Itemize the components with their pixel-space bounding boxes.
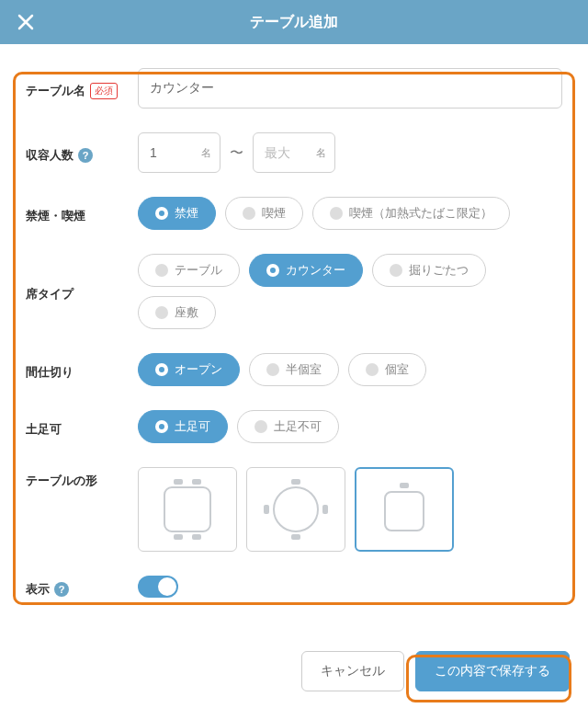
option-pill[interactable]: 土足不可	[237, 410, 339, 443]
svg-rect-7	[291, 534, 300, 540]
label-shape: テーブルの形	[26, 467, 138, 489]
table-name-input[interactable]	[138, 68, 562, 108]
range-separator: 〜	[230, 144, 243, 162]
svg-rect-3	[174, 534, 183, 540]
svg-rect-8	[264, 505, 269, 514]
label-partition: 間仕切り	[26, 359, 138, 381]
svg-point-6	[274, 487, 318, 531]
svg-rect-9	[322, 505, 328, 514]
svg-rect-0	[174, 479, 183, 485]
label-shoes: 土足可	[26, 416, 138, 438]
unit-label: 名	[201, 146, 211, 160]
option-label: 喫煙（加熱式たばこ限定）	[349, 205, 492, 222]
label-table-name: テーブル名 必須	[26, 77, 138, 99]
option-pill[interactable]: テーブル	[138, 254, 240, 287]
dialog-title: テーブル追加	[250, 13, 338, 32]
radio-icon	[155, 306, 168, 319]
smoking-options: 禁煙喫煙喫煙（加熱式たばこ限定）	[138, 197, 562, 230]
option-pill[interactable]: 座敷	[138, 296, 216, 329]
shape-rect-table[interactable]	[138, 467, 237, 552]
label-capacity: 収容人数 ?	[26, 142, 138, 164]
shape-options	[138, 467, 562, 552]
option-label: オープン	[175, 361, 222, 378]
option-pill[interactable]: 喫煙（加熱式たばこ限定）	[312, 197, 510, 230]
help-icon[interactable]: ?	[54, 582, 69, 597]
option-pill[interactable]: 掘りごたつ	[372, 254, 486, 287]
option-pill[interactable]: オープン	[138, 353, 240, 386]
radio-icon	[366, 363, 379, 376]
svg-rect-10	[400, 483, 409, 488]
radio-icon	[155, 264, 168, 277]
help-icon[interactable]: ?	[78, 148, 93, 163]
shoes-options: 土足可土足不可	[138, 410, 562, 443]
required-badge: 必須	[90, 83, 118, 99]
radio-icon	[266, 363, 279, 376]
shape-round-table[interactable]	[246, 467, 345, 552]
dialog-header: テーブル追加	[0, 0, 588, 44]
radio-icon	[243, 207, 255, 220]
svg-rect-1	[192, 479, 201, 485]
radio-icon	[266, 264, 279, 277]
partition-options: オープン半個室個室	[138, 353, 562, 386]
cancel-button[interactable]: キャンセル	[301, 651, 404, 691]
radio-icon	[155, 207, 168, 220]
option-label: 喫煙	[262, 205, 286, 222]
svg-rect-2	[164, 487, 210, 531]
form-body: テーブル名 必須 収容人数 ? 名 〜 名 禁煙・喫煙 禁煙喫煙喫煙（加熱式たば…	[0, 44, 588, 598]
option-label: テーブル	[175, 262, 222, 279]
svg-rect-11	[385, 492, 424, 531]
close-icon[interactable]	[17, 13, 35, 31]
radio-icon	[254, 420, 267, 433]
radio-icon	[390, 264, 402, 277]
dialog-footer: キャンセル この内容で保存する	[0, 634, 588, 708]
unit-label: 名	[316, 146, 326, 160]
option-label: 個室	[385, 361, 409, 378]
radio-icon	[155, 420, 168, 433]
option-label: 座敷	[175, 304, 198, 321]
option-label: 半個室	[286, 361, 322, 378]
option-pill[interactable]: 個室	[348, 353, 426, 386]
display-toggle[interactable]	[138, 576, 178, 598]
option-label: 土足可	[175, 418, 210, 435]
option-label: 土足不可	[274, 418, 322, 435]
label-seat-type: 席タイプ	[26, 280, 138, 303]
shape-counter[interactable]	[355, 467, 454, 552]
option-label: 掘りごたつ	[409, 262, 469, 279]
option-pill[interactable]: 土足可	[138, 410, 228, 443]
svg-rect-5	[291, 479, 300, 485]
option-pill[interactable]: 半個室	[249, 353, 339, 386]
radio-icon	[330, 207, 343, 220]
svg-rect-4	[192, 534, 201, 540]
option-label: 禁煙	[175, 205, 198, 222]
option-pill[interactable]: 喫煙	[225, 197, 303, 230]
option-pill[interactable]: 禁煙	[138, 197, 216, 230]
seat-options: テーブルカウンター掘りごたつ座敷	[138, 254, 562, 329]
option-pill[interactable]: カウンター	[249, 254, 363, 287]
save-button[interactable]: この内容で保存する	[415, 651, 570, 691]
label-smoking: 禁煙・喫煙	[26, 202, 138, 224]
option-label: カウンター	[286, 262, 345, 279]
label-display: 表示 ?	[26, 576, 138, 598]
radio-icon	[155, 363, 168, 376]
